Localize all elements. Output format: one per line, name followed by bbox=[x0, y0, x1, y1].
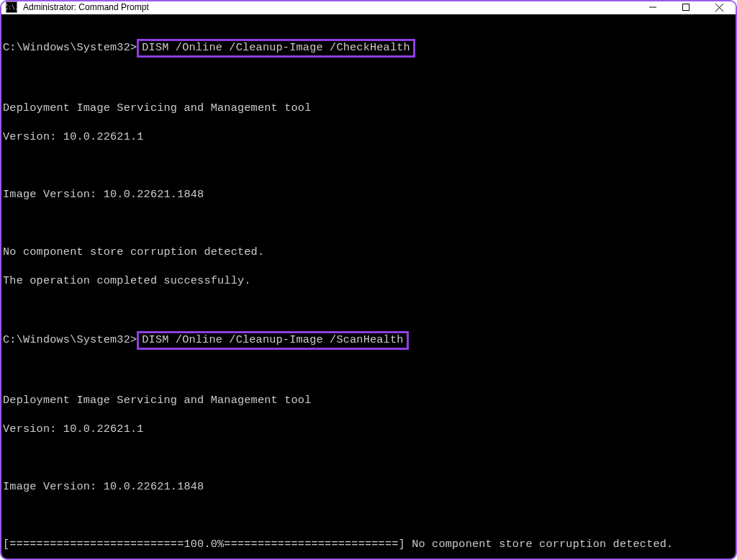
window-controls bbox=[636, 1, 736, 14]
output-line: Version: 10.0.22621.1 bbox=[3, 130, 736, 144]
output-line: Image Version: 10.0.22621.1848 bbox=[3, 479, 736, 494]
output-line: Deployment Image Servicing and Managemen… bbox=[3, 101, 736, 115]
command-highlight-2: DISM /Online /Cleanup-Image /ScanHealth bbox=[137, 331, 408, 350]
terminal-output[interactable]: C:\Windows\System32>DISM /Online /Cleanu… bbox=[1, 14, 736, 559]
blank-line bbox=[3, 508, 736, 523]
output-line: The operation completed successfully. bbox=[3, 274, 736, 288]
maximize-button[interactable] bbox=[669, 1, 702, 14]
window-frame: C:\. Administrator: Command Prompt C:\Wi… bbox=[0, 0, 737, 560]
blank-line bbox=[3, 72, 736, 86]
minimize-button[interactable] bbox=[636, 1, 669, 14]
output-line: Version: 10.0.22621.1 bbox=[3, 422, 736, 436]
command-prompt-icon: C:\. bbox=[6, 1, 17, 13]
prompt-line: C:\Windows\System32>DISM /Online /Cleanu… bbox=[3, 331, 736, 350]
close-button[interactable] bbox=[702, 1, 736, 14]
blank-line bbox=[3, 158, 736, 173]
output-line: Image Version: 10.0.22621.1848 bbox=[3, 187, 736, 202]
prompt-line: C:\Windows\System32>DISM /Online /Cleanu… bbox=[3, 39, 736, 58]
blank-line bbox=[3, 451, 736, 465]
output-line: Deployment Image Servicing and Managemen… bbox=[3, 393, 736, 407]
command-highlight-1: DISM /Online /Cleanup-Image /CheckHealth bbox=[137, 39, 415, 58]
output-line: No component store corruption detected. bbox=[3, 245, 736, 259]
window-title: Administrator: Command Prompt bbox=[23, 2, 149, 12]
output-line: [==========================100.0%=======… bbox=[3, 537, 736, 551]
blank-line bbox=[3, 302, 736, 317]
blank-line bbox=[3, 364, 736, 379]
svg-rect-1 bbox=[683, 4, 689, 11]
blank-line bbox=[3, 216, 736, 230]
titlebar[interactable]: C:\. Administrator: Command Prompt bbox=[1, 1, 736, 14]
